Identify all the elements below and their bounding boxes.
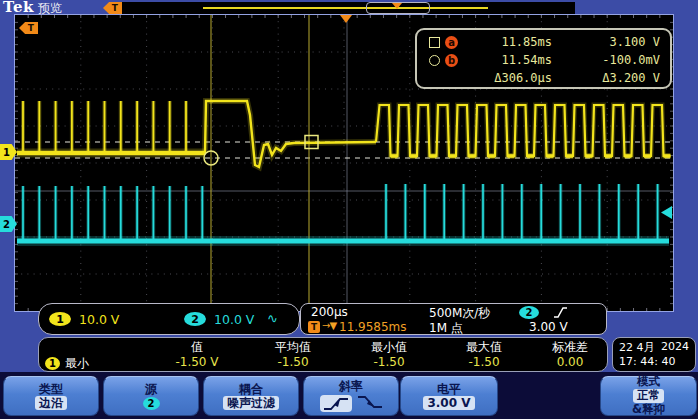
cursor-a-badge: a — [445, 36, 458, 49]
record-trigger-flag-icon: T — [103, 2, 122, 14]
oscilloscope-screen: Tek 预览 T T a 11.85ms 3.100 V b 11.54ms -… — [0, 0, 698, 419]
menu-mode-button[interactable]: 模式 正常 &释抑 — [600, 376, 697, 416]
horizontal-scale: 200μs — [311, 305, 348, 319]
menu-coupling-label: 耦合 — [239, 382, 263, 396]
meas-mean: -1.50 — [245, 355, 341, 372]
menu-source-button[interactable]: 源 2 — [103, 376, 199, 416]
ch1-scale[interactable]: 10.0 V — [79, 312, 119, 327]
menu-level-label: 电平 — [437, 382, 461, 396]
square-marker-icon — [429, 37, 440, 48]
menu-level-button[interactable]: 电平 3.00 V — [400, 376, 498, 416]
measurement-row: 1最小 -1.50 V -1.50 -1.50 -1.50 0.00 — [39, 355, 607, 372]
meas-name: 最小 — [65, 355, 89, 372]
menu-level-value: 3.00 V — [423, 396, 474, 410]
menu-source-value: 2 — [143, 397, 160, 410]
year-label: 2024 — [661, 340, 689, 355]
meas-channel-badge: 1 — [45, 357, 60, 370]
record-waveform-line — [203, 7, 488, 9]
menu-type-value: 边沿 — [35, 396, 67, 410]
ch2-scale[interactable]: 10.0 V — [214, 312, 254, 327]
cursor-b-time: 11.54ms — [477, 53, 552, 67]
menu-slope-button[interactable]: 斜率 — [303, 376, 399, 416]
col-mean: 平均值 — [245, 339, 341, 356]
cursor-b-badge: b — [445, 54, 458, 67]
cursor-a-symbol: a — [429, 36, 477, 49]
trigger-delay: 11.9585ms — [339, 320, 407, 334]
horizontal-trigger-status: 200μs 500M次/秒 2 T →▼ 11.9585ms 1M 点 3.00… — [300, 303, 607, 335]
record-length: 1M 点 — [429, 320, 463, 337]
menu-slope-label: 斜率 — [339, 379, 363, 393]
trigger-delay-arrow-icon: →▼ — [322, 320, 336, 331]
datetime-box: 22 4月2024 17: 44: 40 — [612, 337, 696, 372]
col-value: 值 — [149, 339, 245, 356]
record-trigger-position-icon — [392, 3, 402, 9]
measurement-bar: 值 平均值 最小值 最大值 标准差 1最小 -1.50 V -1.50 -1.5… — [38, 337, 608, 372]
circle-marker-icon — [429, 55, 440, 66]
record-view-bar[interactable]: T — [116, 2, 575, 14]
rising-slope-icon[interactable] — [320, 395, 352, 412]
trigger-t-icon: T — [308, 321, 320, 333]
falling-slope-icon[interactable] — [357, 394, 383, 413]
meas-max: -1.50 — [437, 355, 531, 372]
menu-mode-label: 模式 — [637, 375, 660, 389]
cursor-b-volt: -100.0mV — [552, 53, 660, 67]
meas-value: -1.50 V — [149, 355, 245, 372]
cursor-a-volt: 3.100 V — [552, 35, 660, 49]
col-max: 最大值 — [437, 339, 531, 356]
measurement-headers: 值 平均值 最小值 最大值 标准差 — [39, 339, 607, 356]
time-label: 17: 44: 40 — [619, 355, 689, 368]
meas-stddev: 0.00 — [531, 355, 609, 372]
cursor-delta-volt: Δ3.200 V — [552, 71, 660, 85]
ch2-coupling-icon: ∿ — [267, 311, 278, 326]
cursor-b-symbol: b — [429, 54, 477, 67]
channel-readout-bar: 1 10.0 V 2 10.0 V ∿ — [38, 303, 300, 335]
menu-mode-value: 正常 — [633, 389, 664, 403]
menu-mode-extra: &释抑 — [632, 403, 665, 417]
date-label: 22 4月 — [619, 340, 655, 355]
trigger-level-readout: 3.00 V — [529, 320, 568, 334]
cursor-a-time: 11.85ms — [477, 35, 552, 49]
trigger-source-badge: 2 — [519, 306, 539, 319]
cursor-delta-time: Δ306.0μs — [477, 71, 552, 85]
menu-coupling-button[interactable]: 耦合 噪声过滤 — [203, 376, 299, 416]
menu-type-button[interactable]: 类型 边沿 — [3, 376, 99, 416]
ch2-badge[interactable]: 2 — [184, 312, 206, 326]
meas-min: -1.50 — [341, 355, 437, 372]
softkey-menu: 类型 边沿 源 2 耦合 噪声过滤 斜率 电平 3.00 V — [0, 372, 698, 419]
cursor-readout: a 11.85ms 3.100 V b 11.54ms -100.0mV Δ30… — [415, 28, 672, 89]
menu-source-label: 源 — [145, 382, 157, 396]
menu-type-label: 类型 — [39, 382, 63, 396]
ch1-badge[interactable]: 1 — [49, 312, 71, 326]
col-min: 最小值 — [341, 339, 437, 356]
menu-coupling-value: 噪声过滤 — [223, 396, 279, 410]
col-stddev: 标准差 — [531, 339, 609, 356]
